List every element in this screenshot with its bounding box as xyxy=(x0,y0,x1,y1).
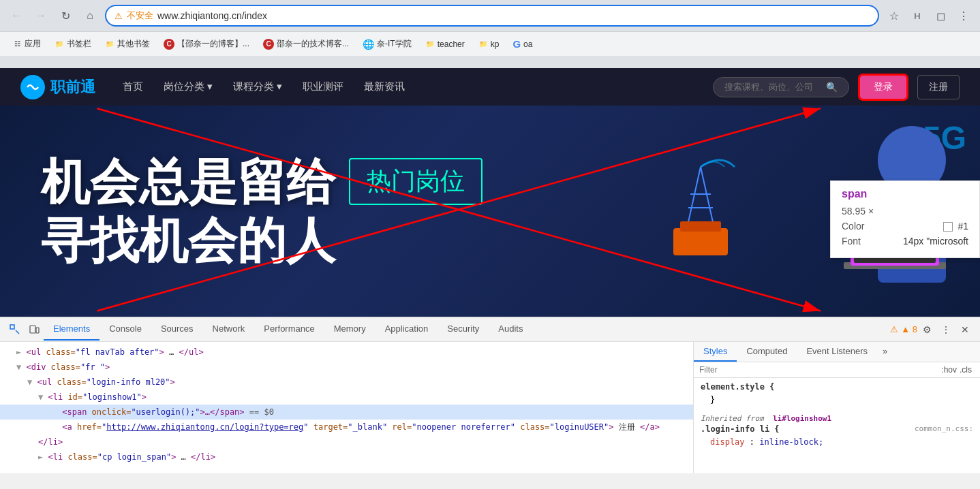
attr-name: rel= xyxy=(392,422,412,432)
svg-line-17 xyxy=(16,330,19,334)
tab-elements[interactable]: Elements xyxy=(44,318,99,341)
tab-event-listeners[interactable]: Event Listeners xyxy=(797,342,877,362)
tag-bracket: > xyxy=(609,422,613,432)
bookmark-kp[interactable]: 📁 kp xyxy=(473,37,505,52)
login-button[interactable]: 登录 xyxy=(860,76,906,99)
cast-icon[interactable]: ◻ xyxy=(931,6,950,25)
address-bar-wrap: ⚠ 不安全 xyxy=(105,5,879,27)
warning-badge: ⚠ ▲ 8 xyxy=(890,324,917,334)
attr-name: target= xyxy=(313,422,348,432)
url-input[interactable] xyxy=(157,10,870,21)
bookmark-other[interactable]: 📁 其他书签 xyxy=(99,35,155,52)
bookmark-nai-it[interactable]: 🌐 奈-IT学院 xyxy=(357,35,417,52)
address-bar[interactable]: ⚠ 不安全 xyxy=(105,5,879,27)
cls-filter-button[interactable]: .cls xyxy=(960,365,972,375)
more-options-icon[interactable]: ⋮ xyxy=(936,320,955,339)
html-line[interactable]: ▼ <ul class="login-info ml20"> xyxy=(0,375,693,390)
nav-courses[interactable]: 课程分类 ▾ xyxy=(233,80,282,93)
device-toolbar-button[interactable] xyxy=(25,320,44,339)
tab-sources[interactable]: Sources xyxy=(151,318,203,341)
toggle-icon[interactable]: ▼ xyxy=(38,392,43,402)
tooltip-size-row: 58.95 × xyxy=(842,206,968,217)
history-icon[interactable]: H xyxy=(908,6,927,25)
tab-console[interactable]: Console xyxy=(99,318,151,341)
bookmarks-bar: ☷ 应用 📁 书签栏 📁 其他书签 C 【邵奈一的博客】... C 邵奈一的技术… xyxy=(0,31,980,56)
attr-value: "loginuUSER" xyxy=(550,422,609,432)
bookmark-shaonai-blog1-label: 【邵奈一的博客】... xyxy=(177,38,249,50)
attr-name: class= xyxy=(51,362,80,372)
tab-performance[interactable]: Performance xyxy=(254,318,324,341)
refresh-button[interactable]: ↻ xyxy=(56,6,75,25)
menu-icon[interactable]: ⋮ xyxy=(954,6,973,25)
tag-bracket: > xyxy=(171,452,176,462)
hero-main-text-line1: 机会总是留给 xyxy=(41,153,335,211)
tag-name: </li> xyxy=(38,437,63,447)
html-line-selected[interactable]: <span onclick="userlogin();">…</span> ==… xyxy=(0,405,693,420)
tab-application[interactable]: Application xyxy=(376,318,438,341)
dollar-sign: == $0 xyxy=(249,407,274,417)
tab-memory[interactable]: Memory xyxy=(324,318,376,341)
warning-count: ▲ 8 xyxy=(901,324,917,334)
prop-value: inline-block; xyxy=(759,437,823,447)
back-button[interactable]: ← xyxy=(7,6,26,25)
tab-styles[interactable]: Styles xyxy=(694,342,737,362)
nav-career-test[interactable]: 职业测评 xyxy=(303,80,343,93)
search-input[interactable] xyxy=(724,82,821,92)
forward-button[interactable]: → xyxy=(31,6,50,25)
register-button[interactable]: 注册 xyxy=(917,75,960,99)
tab-network[interactable]: Network xyxy=(203,318,255,341)
folder-icon: 📁 xyxy=(55,40,64,49)
tab-computed[interactable]: Computed xyxy=(737,342,797,362)
element-tooltip: span 58.95 × Color #1 Font 14px "microso… xyxy=(830,180,980,258)
settings-icon[interactable]: ⚙ xyxy=(917,320,936,339)
bookmark-star-icon[interactable]: ☆ xyxy=(885,6,904,25)
bookmark-apps[interactable]: ☷ 应用 xyxy=(7,35,46,52)
bookmark-teacher[interactable]: 📁 teacher xyxy=(420,37,470,52)
tag-end: </ul> xyxy=(179,347,204,357)
tooltip-color-value: #1 xyxy=(943,221,968,232)
tab-audits[interactable]: Audits xyxy=(489,318,532,341)
home-button[interactable]: ⌂ xyxy=(80,6,99,25)
attr-name: class= xyxy=(57,377,86,387)
tab-more[interactable]: » xyxy=(877,342,893,362)
warning-icon: ⚠ xyxy=(890,324,898,334)
close-devtools-icon[interactable]: ✕ xyxy=(955,320,975,339)
toggle-icon[interactable]: ► xyxy=(38,452,43,462)
bookmark-bookmarksbar-label: 书签栏 xyxy=(67,38,91,50)
html-line[interactable]: ▼ <div class="fr "> xyxy=(0,360,693,375)
nav-home[interactable]: 首页 xyxy=(123,80,143,93)
bookmark-apps-label: 应用 xyxy=(25,38,41,50)
html-line[interactable]: <a href="http://www.zhiqiantong.cn/login… xyxy=(0,420,693,435)
bookmark-shaonai-blog2[interactable]: C 邵奈一的技术博客... xyxy=(258,35,354,52)
nav-news[interactable]: 最新资讯 xyxy=(364,80,405,93)
html-line[interactable]: </li> xyxy=(0,435,693,449)
search-box[interactable]: 🔍 xyxy=(713,77,849,97)
tag-name: <ul xyxy=(26,347,41,357)
browser-top-bar: ← → ↻ ⌂ ⚠ 不安全 ☆ H ◻ ⋮ xyxy=(0,0,980,31)
bookmark-oa[interactable]: G oa xyxy=(507,35,538,52)
toggle-icon[interactable]: ▼ xyxy=(16,362,21,372)
toggle-icon[interactable]: ▼ xyxy=(27,377,32,387)
attr-value: "fl navTab after" xyxy=(76,347,159,357)
folder-icon: 📁 xyxy=(425,40,435,49)
tag-open: <span xyxy=(62,407,87,417)
pseudo-filter-button[interactable]: :hov xyxy=(941,365,957,375)
nav-positions[interactable]: 岗位分类 ▾ xyxy=(164,80,213,93)
tag-name: <div xyxy=(26,362,46,372)
tab-security[interactable]: Security xyxy=(438,318,489,341)
html-line[interactable]: ► <ul class="fl navTab after"> … </ul> xyxy=(0,345,693,360)
inspect-element-button[interactable] xyxy=(5,320,25,339)
bookmark-shaonai-blog1[interactable]: C 【邵奈一的博客】... xyxy=(158,35,255,52)
bookmark-oa-label: oa xyxy=(523,40,532,49)
attr-name: onclick= xyxy=(92,407,132,417)
tooltip-element-name: span xyxy=(842,188,968,200)
html-line[interactable]: ▼ <li id="loginshow1"> xyxy=(0,390,693,405)
style-source[interactable]: common_n.css: xyxy=(915,424,973,435)
attr-value: "fr " xyxy=(80,362,105,372)
styles-filter-input[interactable] xyxy=(699,365,941,375)
styles-content: element.style { } Inherited from li#logi… xyxy=(694,378,980,460)
toggle-icon[interactable]: ► xyxy=(16,347,21,357)
html-line[interactable]: ► <li class="cp login_span"> … </li> xyxy=(0,449,693,464)
bookmark-bookmarksbar[interactable]: 📁 书签栏 xyxy=(49,35,97,52)
style-rule-login-info: .login-info li { common_n.css: display :… xyxy=(701,424,973,449)
